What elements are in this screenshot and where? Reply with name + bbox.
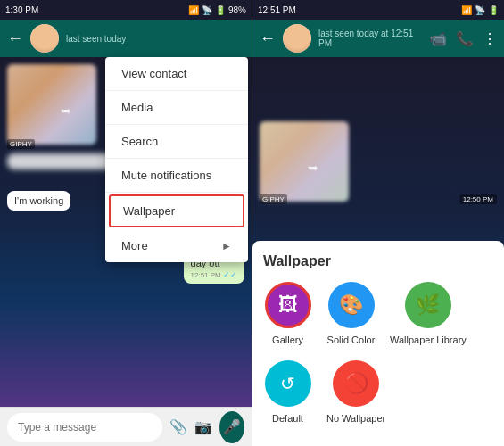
back-button[interactable]: ← [7,29,23,48]
menu-mute[interactable]: Mute notifications [105,159,248,193]
contact-info-left: last seen today [66,34,244,44]
option-solid[interactable]: 🎨 Solid Color [326,282,376,346]
blurred-bubble-1 [7,153,114,169]
menu-view-contact[interactable]: View contact [105,57,248,91]
option-no-wallpaper[interactable]: 🚫 No Wallpaper [326,360,385,425]
attachment-icon[interactable]: 📎 [169,418,187,435]
left-panel: 1:30 PM 📶 📡 🔋 98% ← last seen today View… [0,0,252,446]
chat-header-right: ← last seen today at 12:51 PM 📹 📞 ⋮ [252,20,504,57]
mic-button[interactable]: 🎤 [219,411,244,443]
default-icon: ↺ [280,373,295,394]
wallpaper-sheet: Wallpaper 🖼 Gallery 🎨 Solid Color 🌿 [252,241,504,446]
wallpaper-title: Wallpaper [263,253,493,269]
menu-search[interactable]: Search [105,125,248,159]
solid-label: Solid Color [327,334,376,346]
avatar-right [283,24,311,53]
dropdown-menu: View contact Media Search Mute notificat… [105,57,248,262]
battery-icon-right: 🔋 [488,5,499,15]
avatar-left [30,24,59,53]
camera-icon[interactable]: 📷 [194,418,212,435]
signal-icon-right: 📶 [461,5,472,15]
status-bar-right: 12:51 PM 📶 📡 🔋 [252,0,504,20]
default-icon-circle: ↺ [265,360,311,407]
chat-image-left [7,64,96,145]
time-right: 12:51 PM [258,5,296,15]
video-call-icon[interactable]: 📹 [429,30,447,47]
option-library[interactable]: 🌿 Wallpaper Library [390,282,467,346]
status-icons-left: 📶 📡 🔋 98% [188,5,246,15]
menu-wallpaper[interactable]: Wallpaper [109,194,244,227]
library-label: Wallpaper Library [390,334,467,346]
gallery-label: Gallery [272,334,303,346]
menu-media[interactable]: Media [105,91,248,125]
no-wallpaper-label: No Wallpaper [326,412,385,425]
wallpaper-options: 🖼 Gallery 🎨 Solid Color 🌿 Wallpaper Libr… [263,282,493,425]
chat-header-left: ← last seen today [0,20,252,57]
more-arrow-icon: ► [221,240,232,252]
gallery-icon-circle: 🖼 [265,282,311,328]
watermark: wsxdk.com [460,435,500,444]
chat-time-right: 12:50 PM [459,194,497,204]
solid-icon-circle: 🎨 [328,282,375,328]
wifi-icon-right: 📡 [475,5,485,15]
contact-status-left: last seen today [66,34,244,44]
library-icon: 🌿 [416,293,440,317]
header-icons-right: 📹 📞 ⋮ [429,30,497,47]
library-icon-circle: 🌿 [405,282,451,328]
bottom-bar-left: 📎 📷 🎤 [0,407,252,446]
menu-more[interactable]: More ► [105,229,248,262]
status-icons-right: 📶 📡 🔋 [461,5,499,15]
solid-icon: 🎨 [339,293,363,317]
back-button-right[interactable]: ← [260,29,276,48]
forward-icon-right: ➥ [308,161,318,175]
battery-pct: 98% [228,5,246,15]
no-wallpaper-icon: 🚫 [344,372,368,395]
time-left: 1:30 PM [5,5,38,15]
wifi-icon: 📡 [202,5,212,15]
contact-status-right: last seen today at 12:51 PM [318,29,422,48]
option-gallery[interactable]: 🖼 Gallery [263,282,312,346]
message-input-left[interactable] [7,413,162,442]
giphy-label-left: GIPHY [7,139,35,149]
default-label: Default [272,412,303,425]
gallery-icon: 🖼 [278,293,298,317]
more-icon[interactable]: ⋮ [483,30,497,47]
battery-icon: 🔋 [215,5,226,15]
right-panel: 12:51 PM 📶 📡 🔋 ← last seen today at 12:5… [252,0,504,446]
status-bar-left: 1:30 PM 📶 📡 🔋 98% [0,0,252,20]
bubble-working: I'm working [7,191,70,211]
signal-icon: 📶 [188,5,199,15]
call-icon[interactable]: 📞 [456,30,474,47]
forward-icon-left: ➥ [61,103,71,118]
giphy-label-right: GIPHY [260,194,287,204]
option-default[interactable]: ↺ Default [263,360,312,425]
chat-image-right [260,121,349,202]
contact-info-right: last seen today at 12:51 PM [318,29,422,48]
no-wallpaper-icon-circle: 🚫 [333,360,379,407]
